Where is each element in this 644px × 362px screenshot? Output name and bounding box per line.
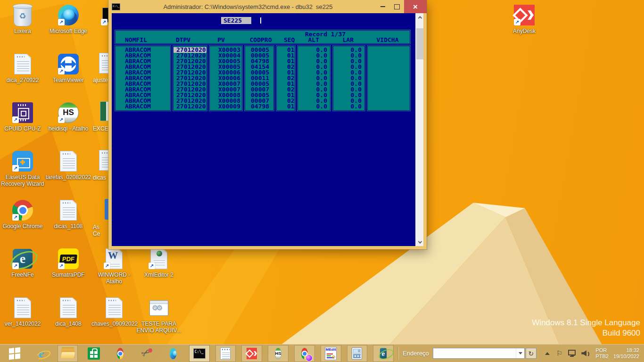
shortcut-arrow-badge: [104, 263, 110, 269]
desktop-icon-heidisql[interactable]: HS heidisql - Atalho: [46, 101, 91, 132]
taskbar-medit[interactable]: MEdit: [321, 345, 341, 362]
taskbar-anydesk[interactable]: [241, 345, 262, 362]
console-screen[interactable]: SE225 Record 1/37 NOMFIL DTPV PV CODPRO …: [112, 13, 415, 246]
watermark-line2: Build 9600: [532, 328, 640, 338]
dbu-table-body: ABRACOM ABRACOM ABRACOM ABRACOM ABRACOM …: [114, 45, 411, 112]
heidisql-letters: HS: [63, 108, 74, 117]
taskbar-freenfe[interactable]: e: [373, 345, 394, 362]
system-tray: POR PTB2 18:32 19/10/2022: [541, 347, 641, 360]
desktop-icon-xmleditor[interactable]: XmlEditor 2: [136, 247, 182, 278]
taskbar-snipping-tool[interactable]: [136, 345, 157, 362]
desktop-icon-anydesk[interactable]: AnyDesk: [502, 4, 547, 34]
table-cell[interactable]: [368, 92, 410, 98]
table-cell[interactable]: [368, 87, 410, 92]
desktop-icon-lixeira[interactable]: Lixeira: [0, 4, 45, 34]
text-cursor: [260, 17, 261, 24]
desktop-icon-label: XmlEditor 2: [136, 272, 182, 278]
desktop-icon-edge[interactable]: Microsoft Edge: [46, 4, 91, 34]
edge-icon: [170, 347, 176, 359]
desktop-icon-chaves[interactable]: chaves_09092022: [91, 296, 137, 327]
table-cell[interactable]: [368, 81, 410, 87]
taskbar-heidisql[interactable]: HS: [268, 345, 289, 362]
table-cell[interactable]: [368, 58, 410, 64]
window-titlebar[interactable]: C:\_ Administrador: C:\Windows\system32\…: [108, 0, 427, 13]
table-cell[interactable]: X00009: [210, 104, 242, 109]
table-cell[interactable]: [368, 104, 410, 109]
start-button[interactable]: [4, 345, 25, 362]
table-cell[interactable]: [368, 75, 410, 81]
table-column-dtpv: 27012020 27012020 27012020 27012020 2701…: [172, 45, 208, 112]
table-cell[interactable]: [368, 53, 410, 58]
chevron-down-icon: [418, 239, 421, 243]
text-file-icon: [106, 297, 123, 318]
desktop-icon-label[interactable]: dicas: [93, 174, 106, 181]
desktop-icon-ver-14102022[interactable]: ver_14102022: [0, 296, 45, 327]
desktop-icon-easeus[interactable]: EaseUS Data Recovery Wizard: [0, 150, 45, 187]
desktop-icon-label: dica_270922: [0, 77, 45, 83]
table-cell[interactable]: 27012020: [173, 104, 206, 109]
table-cell[interactable]: 04798: [245, 104, 273, 109]
close-button[interactable]: [404, 0, 427, 13]
scroll-down-button[interactable]: [416, 238, 424, 246]
table-cell[interactable]: [368, 70, 410, 75]
windows-store-icon: [88, 347, 100, 360]
volume-icon[interactable]: [581, 350, 590, 357]
column-header: PV: [209, 37, 243, 43]
desktop-icon-label[interactable]: ajuste: [93, 77, 108, 83]
vertical-scrollbar[interactable]: [415, 13, 423, 246]
taskbar-chrome[interactable]: [110, 345, 131, 362]
taskbar-internet-explorer[interactable]: e: [31, 345, 52, 362]
desktop-icon-winword[interactable]: W WINWORD - Atalho: [91, 247, 137, 285]
desktop-icon-label[interactable]: EXCE: [93, 125, 108, 132]
taskbar-clock[interactable]: 18:32 19/10/2022: [613, 347, 639, 360]
desktop-icon-label: tarefas_02082022: [46, 174, 91, 181]
field-value-highlighted: SE225: [221, 17, 251, 24]
show-hidden-icons-button[interactable]: [545, 352, 550, 355]
address-combobox[interactable]: [433, 348, 525, 359]
table-cell[interactable]: 0.0: [333, 104, 364, 109]
taskbar-command-prompt[interactable]: C:\_: [189, 345, 210, 362]
desktop-icon-dica-270922[interactable]: dica_270922: [0, 53, 45, 83]
shortcut-arrow-badge: [12, 263, 19, 269]
action-center-flag-icon[interactable]: [556, 350, 562, 357]
desktop-icon-label: TeamViewer: [46, 77, 91, 83]
desktop-icon-teamviewer[interactable]: TeamViewer: [46, 53, 91, 83]
shortcut-arrow-badge: [12, 165, 19, 172]
table-cell[interactable]: ABRACOM: [116, 104, 170, 109]
language-indicator[interactable]: POR PTB2: [595, 347, 609, 360]
column-header: CODPRO: [244, 37, 275, 43]
address-dropdown-button[interactable]: [516, 348, 524, 358]
address-refresh-button[interactable]: [526, 348, 537, 359]
shortcut-arrow-badge: [58, 263, 65, 269]
desktop-icon-cpuz[interactable]: CPUID CPU-Z: [0, 101, 45, 132]
table-cell[interactable]: [368, 98, 410, 104]
taskbar-windows-store[interactable]: [83, 345, 104, 362]
minimize-button[interactable]: [376, 0, 390, 13]
table-cell[interactable]: [368, 64, 410, 70]
chevron-up-icon: [418, 16, 421, 20]
taskbar-calculator[interactable]: [347, 345, 368, 362]
table-cell[interactable]: [368, 47, 410, 53]
desktop-icon-tarefas[interactable]: tarefas_02082022: [46, 150, 91, 181]
desktop-icon-chrome[interactable]: Google Chrome: [0, 199, 45, 230]
desktop-icon-label: FreeNFe: [0, 272, 45, 278]
desktop-icon-dica-1408[interactable]: dica_1408: [46, 296, 91, 327]
taskbar-notepad[interactable]: [215, 345, 236, 362]
maximize-button[interactable]: [390, 0, 404, 13]
desktop-icon-label: EaseUS Data Recovery Wizard: [0, 174, 45, 187]
desktop-icon-freenfe[interactable]: e FreeNFe: [0, 247, 45, 278]
desktop-icon-sumatrapdf[interactable]: PDF SumatraPDF: [46, 247, 91, 278]
network-icon[interactable]: [568, 350, 576, 355]
table-cell[interactable]: 0.0: [298, 104, 330, 109]
desktop-icon-teste-envio[interactable]: TESTE PARA ENVIO ARQUIV...: [136, 296, 182, 334]
scrollbar-thumb[interactable]: [416, 28, 423, 59]
address-input[interactable]: [433, 348, 516, 358]
table-cell[interactable]: 01: [277, 104, 295, 109]
notepad-icon: [220, 347, 231, 360]
desktop-icon-dicas-1108[interactable]: dicas_1108: [46, 199, 91, 230]
taskbar-file-explorer[interactable]: [58, 345, 78, 362]
scroll-up-button[interactable]: [416, 13, 424, 21]
desktop-icon-label[interactable]: As Ce: [93, 224, 104, 237]
taskbar-chrome-app[interactable]: [294, 345, 315, 362]
taskbar-edge[interactable]: [163, 345, 183, 362]
